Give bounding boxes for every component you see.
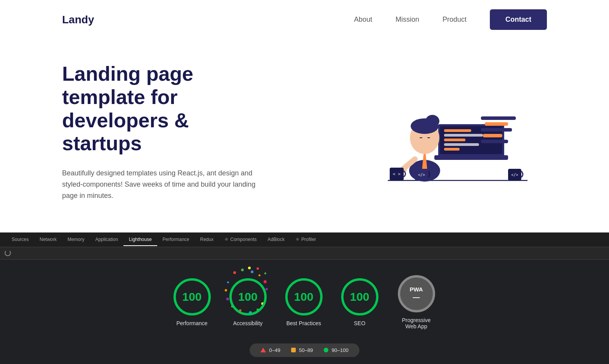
legend-item-average: 50–89 <box>291 347 313 353</box>
devtools-bar: Sources Network Memory Application Light… <box>0 232 609 247</box>
svg-point-18 <box>425 115 439 127</box>
score-label-pwa: Progressive Web App <box>397 317 436 329</box>
tab-redux[interactable]: Redux <box>195 234 219 246</box>
nav-links: About Mission Product Contact <box>354 9 547 30</box>
confetti-dot-13 <box>226 298 229 300</box>
legend: 0–49 50–89 90–100 <box>250 343 359 357</box>
hero-section: Landing page template for developers & s… <box>0 39 609 232</box>
confetti-dot-5 <box>264 280 267 283</box>
score-circle-seo: 100 <box>341 278 378 315</box>
score-accessibility: 100 Accessibility <box>229 278 267 326</box>
svg-rect-7 <box>444 143 479 146</box>
contact-button[interactable]: Contact <box>490 9 547 30</box>
score-performance: 100 Performance <box>174 278 211 326</box>
svg-rect-12 <box>483 134 502 137</box>
tab-components[interactable]: ⚛Components <box>219 234 262 246</box>
scores-row: 100 Performance 100 <box>164 275 445 329</box>
legend-range-average: 50–89 <box>299 347 313 353</box>
legend-circle-icon <box>324 348 328 352</box>
nav-link-about[interactable]: About <box>354 16 372 24</box>
components-icon: ⚛ <box>224 237 229 242</box>
confetti-dot-16 <box>264 272 266 274</box>
score-label-accessibility: Accessibility <box>233 320 262 326</box>
svg-rect-6 <box>444 139 465 141</box>
navbar: Landy About Mission Product Contact <box>0 0 609 39</box>
tab-lighthouse[interactable]: Lighthouse <box>123 234 157 246</box>
hero-subtitle: Beautifully designed templates using Rea… <box>62 168 264 201</box>
legend-square-icon <box>291 348 296 352</box>
score-seo: 100 SEO <box>341 278 378 326</box>
tab-performance[interactable]: Performance <box>157 234 195 246</box>
confetti-dot-4 <box>259 274 260 276</box>
svg-rect-11 <box>481 128 512 132</box>
confetti-dot-2 <box>241 269 244 271</box>
nav-logo[interactable]: Landy <box>62 14 94 26</box>
tab-memory[interactable]: Memory <box>62 234 90 246</box>
legend-range-fail: 0–49 <box>269 347 280 353</box>
confetti-dot-14 <box>225 289 227 291</box>
reload-icon[interactable] <box>5 250 11 256</box>
tab-profiler[interactable]: ⚛Profiler <box>290 234 321 246</box>
developer-svg: < > </> </> <box>364 78 535 194</box>
nav-link-mission[interactable]: Mission <box>396 16 419 24</box>
lighthouse-panel: 100 Performance 100 <box>0 260 609 364</box>
tab-application[interactable]: Application <box>90 234 123 246</box>
confetti-dot-15 <box>227 281 229 283</box>
tab-adblock[interactable]: AdBlock <box>262 234 290 246</box>
confetti-dot-3 <box>251 270 253 273</box>
hero-left: Landing page template for developers & s… <box>62 62 264 201</box>
svg-text:</>: </> <box>511 173 518 177</box>
confetti-dot-6 <box>265 288 268 290</box>
score-circle-pwa: PWA — <box>398 275 435 312</box>
score-bestpractices: 100 Best Practices <box>285 278 323 326</box>
svg-text:</>: </> <box>418 173 425 177</box>
svg-rect-13 <box>481 140 508 143</box>
svg-rect-4 <box>444 129 471 132</box>
tab-network[interactable]: Network <box>34 234 62 246</box>
svg-rect-5 <box>444 134 483 137</box>
confetti-dot-18 <box>248 267 251 269</box>
score-label-bestpractices: Best Practices <box>286 320 321 326</box>
hero-illustration: < > </> </> <box>353 70 547 194</box>
score-label-performance: Performance <box>176 320 207 326</box>
svg-rect-9 <box>481 116 516 120</box>
svg-rect-10 <box>485 122 508 126</box>
legend-item-fail: 0–49 <box>260 347 280 353</box>
score-label-seo: SEO <box>354 320 366 326</box>
legend-triangle-icon <box>260 348 266 352</box>
hero-title: Landing page template for developers & s… <box>62 62 264 155</box>
legend-range-pass: 90–100 <box>331 347 348 353</box>
tab-sources[interactable]: Sources <box>6 234 34 246</box>
svg-text:< >: < > <box>393 172 401 177</box>
score-circle-bestpractices: 100 <box>285 278 323 315</box>
confetti-dot-17 <box>257 267 259 270</box>
score-circle-performance: 100 <box>174 278 211 315</box>
profiler-icon: ⚛ <box>295 237 300 242</box>
confetti-dot-1 <box>233 271 236 274</box>
svg-rect-8 <box>444 148 460 151</box>
nav-link-product[interactable]: Product <box>442 16 467 24</box>
legend-item-pass: 90–100 <box>324 347 348 353</box>
devtools-toolbar <box>0 247 609 260</box>
score-pwa: PWA — Progressive Web App <box>397 275 436 329</box>
score-circle-accessibility: 100 <box>229 278 267 315</box>
